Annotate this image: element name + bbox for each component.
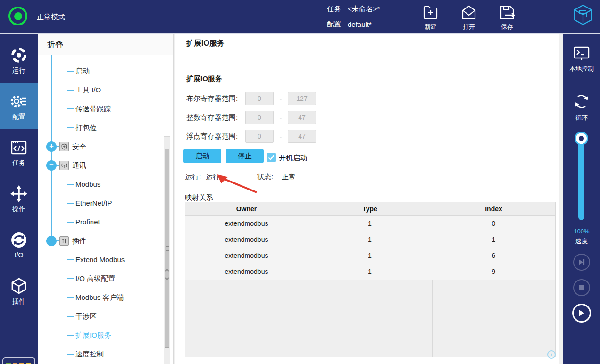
config-tree-panel: 折叠 启动 工具 I/O 传送带跟踪 打包位 安全: [38, 34, 174, 364]
loop-button[interactable]: 循环: [563, 91, 600, 122]
cell-owner: extendmodbus: [185, 232, 308, 248]
skip-next-icon: [577, 258, 586, 266]
tree-node-label: 插件: [72, 237, 86, 246]
sidebar-item-config[interactable]: 配置: [0, 83, 38, 129]
code-window-task-icon: [0, 138, 38, 157]
speed-slider-track[interactable]: [578, 138, 584, 220]
float-range-to-input[interactable]: [288, 130, 316, 143]
tree-item-extend-modbus[interactable]: Extend Modbus: [75, 255, 125, 265]
table-row[interactable]: extendmodbus 1 6: [185, 248, 555, 264]
float-range-from-input[interactable]: [245, 130, 274, 143]
autostart-checkbox[interactable]: [267, 153, 276, 162]
page-title: 扩展IO服务: [186, 39, 225, 49]
tree-node-communication[interactable]: 通讯: [46, 160, 86, 171]
skip-next-button[interactable]: [573, 254, 590, 271]
sidebar-item-label: 运行: [0, 66, 38, 75]
int-range-label: 整数寄存器范围:: [186, 113, 245, 122]
local-control-label: 本地控制: [563, 65, 600, 73]
sidebar-item-label: 配置: [0, 113, 38, 121]
open-button[interactable]: 打开: [454, 4, 483, 31]
stop-square-icon: [577, 283, 586, 292]
bool-range-from-input[interactable]: [245, 92, 274, 105]
float-register-range-row: 浮点寄存器范围: -: [186, 130, 316, 143]
tree-item-extend-io-service-selected[interactable]: 扩展IO服务: [75, 330, 111, 340]
tree-node-label: 安全: [72, 142, 86, 151]
sliders-updown-icon: [59, 236, 69, 246]
sidebar-item-run[interactable]: 运行: [0, 36, 38, 83]
tree-item-pack-pos[interactable]: 打包位: [75, 123, 97, 133]
tree-item-profinet[interactable]: Profinet: [75, 217, 100, 227]
tree-item-modbus-client[interactable]: Modbus 客户端: [75, 292, 124, 303]
mapping-title: 映射关系: [185, 193, 213, 202]
scrollbar-thumb[interactable]: [165, 149, 169, 348]
save-button[interactable]: 保存: [492, 4, 522, 31]
tree-item-ethernetip[interactable]: EtherNet/IP: [75, 198, 112, 208]
table-row[interactable]: extendmodbus 1 0: [185, 216, 555, 232]
sidebar-item-plugin[interactable]: 插件: [0, 267, 38, 314]
table-row[interactable]: extendmodbus 1 9: [185, 264, 555, 280]
sidebar-item-io[interactable]: I/O: [0, 221, 38, 267]
sidebar-item-task[interactable]: 任务: [0, 129, 38, 175]
tree-item-startup[interactable]: 启动: [75, 66, 90, 76]
run-label: 运行:: [185, 173, 201, 182]
mode-status-icon: [8, 7, 27, 25]
scrollbar-grip: [166, 246, 169, 251]
task-label: 任务: [327, 5, 341, 14]
sidebar-item-label: I/O: [0, 251, 38, 259]
collapse-all-button[interactable]: 折叠: [38, 34, 173, 55]
tree-node-security[interactable]: 安全: [46, 141, 86, 152]
tree-item-modbus[interactable]: Modbus: [75, 179, 100, 190]
cell-type: 1: [308, 248, 432, 264]
sidebar-item-label: 操作: [0, 205, 38, 214]
bool-register-range-row: 布尔寄存器范围: -: [186, 92, 316, 105]
loop-sync-icon: [563, 91, 600, 112]
cell-type: 1: [308, 216, 432, 232]
antenna-broadcast-icon: [59, 161, 69, 170]
tree-item-interference[interactable]: 干涉区: [75, 311, 97, 322]
save-button-label: 保存: [492, 23, 522, 31]
float-range-label: 浮点寄存器范围:: [186, 132, 245, 141]
start-button[interactable]: 启动: [183, 149, 221, 163]
tree-item-conveyor[interactable]: 传送带跟踪: [75, 104, 111, 114]
scroll-down-button[interactable]: [164, 275, 170, 282]
tree-branch-line: [67, 171, 67, 222]
tree-scrollbar[interactable]: [164, 136, 170, 364]
tree-node-plugins[interactable]: 插件: [46, 236, 86, 246]
move-arrows-icon: [0, 184, 38, 203]
scroll-up-button[interactable]: [164, 266, 170, 273]
stop-playback-button[interactable]: [573, 279, 590, 296]
new-button[interactable]: 新建: [416, 4, 445, 31]
red-annotation-arrow: [215, 174, 260, 194]
page-header: 扩展IO服务: [175, 34, 559, 52]
stop-button[interactable]: 停止: [226, 149, 264, 163]
collapse-minus-icon[interactable]: [46, 160, 57, 171]
range-dash: -: [274, 114, 288, 122]
bool-range-to-input[interactable]: [288, 92, 316, 105]
int-range-from-input[interactable]: [245, 111, 274, 124]
play-triangle-icon: [577, 309, 586, 317]
table-row[interactable]: extendmodbus 1 1: [185, 232, 555, 248]
int-register-range-row: 整数寄存器范围: -: [186, 111, 316, 124]
int-range-to-input[interactable]: [288, 111, 316, 124]
cell-owner: extendmodbus: [185, 248, 308, 264]
top-bar: 正常模式 任务 <未命名>* 配置 default* 新建: [0, 0, 600, 34]
bottom-partial-logo: [2, 357, 35, 364]
main-content: 扩展IO服务 扩展IO服务 布尔寄存器范围: - 整数寄存器范围: - 浮点寄存…: [175, 34, 559, 364]
play-button[interactable]: [572, 304, 591, 323]
col-header-index: Index: [432, 202, 555, 215]
tree-item-io-advanced[interactable]: I/O 高级配置: [75, 273, 115, 284]
col-header-type: Type: [308, 202, 432, 215]
info-icon[interactable]: i: [547, 350, 556, 359]
speed-slider-handle[interactable]: [575, 132, 588, 145]
tree-item-speed-control[interactable]: 速度控制: [75, 349, 104, 359]
autostart-label: 开机启动: [279, 154, 307, 163]
local-control-button[interactable]: 本地控制: [563, 44, 600, 73]
tree-item-tool-io[interactable]: 工具 I/O: [75, 85, 101, 95]
col-header-owner: Owner: [185, 202, 308, 215]
collapse-minus-icon[interactable]: [46, 236, 57, 246]
sidebar-item-operate[interactable]: 操作: [0, 175, 38, 221]
shield-plus-icon: [59, 142, 69, 151]
new-button-label: 新建: [416, 23, 445, 31]
cell-index: 0: [432, 216, 555, 232]
expand-plus-icon[interactable]: [46, 141, 57, 152]
